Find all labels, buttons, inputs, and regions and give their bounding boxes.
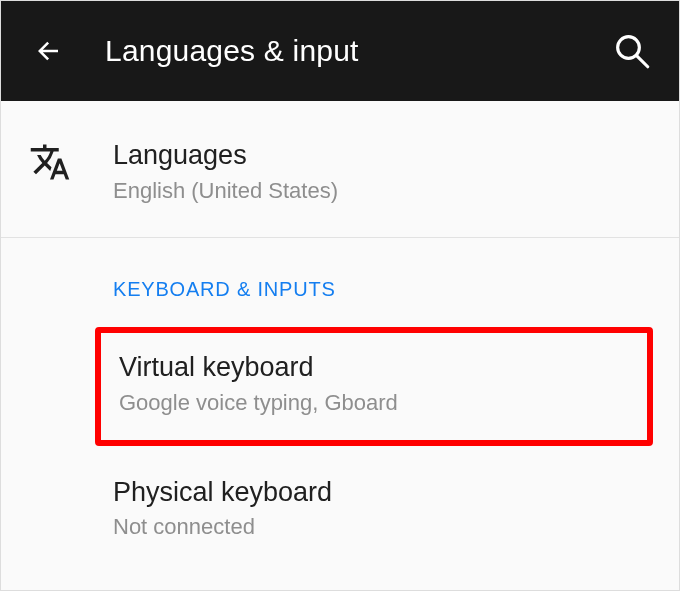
section-keyboards-label: KEYBOARD & INPUTS [1,238,679,319]
virtual-keyboard-subtitle: Google voice typing, Gboard [119,389,629,418]
search-icon [611,30,653,72]
virtual-keyboard-row[interactable]: Virtual keyboard Google voice typing, Gb… [95,327,653,445]
translate-icon [29,139,113,183]
languages-title: Languages [113,139,338,173]
virtual-keyboard-highlight: Virtual keyboard Google voice typing, Gb… [95,327,653,445]
svg-line-1 [637,56,648,67]
virtual-keyboard-title: Virtual keyboard [119,351,629,385]
physical-keyboard-subtitle: Not connected [113,513,332,542]
languages-subtitle: English (United States) [113,177,338,206]
back-button[interactable] [33,36,63,66]
physical-keyboard-row[interactable]: Physical keyboard Not connected [1,454,679,564]
search-button[interactable] [611,30,653,72]
back-arrow-icon [33,36,63,66]
physical-keyboard-title: Physical keyboard [113,476,332,510]
page-title: Languages & input [105,34,611,68]
languages-row[interactable]: Languages English (United States) [1,101,679,237]
settings-screen: Languages & input Languages English (Uni… [0,0,680,591]
titlebar: Languages & input [1,1,679,101]
